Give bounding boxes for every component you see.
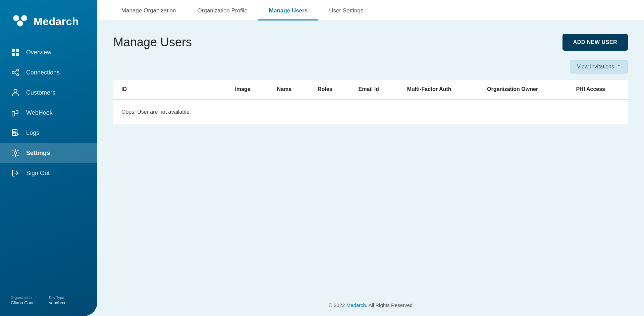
env-value: sandbox <box>49 300 65 305</box>
sidebar-item-webhook[interactable]: WebHook <box>0 103 97 123</box>
col-id: ID <box>113 79 227 99</box>
svg-rect-3 <box>12 49 15 52</box>
logo-text: Medarch <box>34 15 79 28</box>
col-roles: Roles <box>310 79 350 99</box>
content-area: Manage Users ADD NEW USER View Invitatio… <box>97 20 644 294</box>
table-header-row: ID Image Name Roles Email Id Multi-Facto… <box>113 79 628 99</box>
svg-rect-13 <box>12 111 15 116</box>
tab-manage-users[interactable]: Manage Users <box>258 0 318 20</box>
sidebar-item-label: Overview <box>26 49 51 56</box>
org-label: Organization <box>11 296 38 300</box>
svg-line-11 <box>14 73 17 74</box>
page-title: Manage Users <box>113 35 192 49</box>
sidebar-nav: Overview Connections Customers <box>0 39 97 289</box>
settings-icon <box>11 148 20 158</box>
tab-manage-organization[interactable]: Manage Organization <box>111 0 187 20</box>
table-row-empty: Oops! User are not available. <box>113 99 628 124</box>
medarch-logo-icon <box>11 12 30 31</box>
page-footer: © 2022 Medarch. All Rights Reserved <box>97 294 644 316</box>
logs-icon <box>11 128 20 138</box>
customers-icon <box>11 88 20 97</box>
col-image: Image <box>227 79 269 99</box>
sidebar-item-label: WebHook <box>26 109 53 116</box>
empty-message: Oops! User are not available. <box>113 99 227 124</box>
sidebar-item-connections[interactable]: Connections <box>0 62 97 83</box>
chevron-up-icon: ⌃ <box>617 64 621 69</box>
view-invitations-button[interactable]: View Invitations ⌃ <box>570 60 628 73</box>
signout-icon <box>11 168 20 178</box>
users-table-container: ID Image Name Roles Email Id Multi-Facto… <box>113 79 628 125</box>
sidebar: Medarch Overview Connections <box>0 0 97 316</box>
col-phi-access: PHI Access <box>568 79 628 99</box>
sidebar-item-label: Sign Out <box>26 170 50 177</box>
tab-user-settings[interactable]: User Settings <box>318 0 374 20</box>
svg-point-2 <box>17 20 23 27</box>
sidebar-item-signout[interactable]: Sign Out <box>0 163 97 183</box>
tab-organization-profile[interactable]: Organization Profile <box>187 0 258 20</box>
footer-copyright: © 2022 <box>329 302 346 308</box>
org-value: Cliano Canc... <box>11 300 38 305</box>
svg-point-12 <box>14 90 17 93</box>
view-invitations-label: View Invitations <box>577 64 614 70</box>
sidebar-item-label: Customers <box>26 89 55 96</box>
svg-point-9 <box>17 74 19 76</box>
webhook-icon <box>11 108 20 117</box>
svg-point-1 <box>21 15 27 21</box>
svg-rect-5 <box>12 53 15 56</box>
col-name: Name <box>269 79 310 99</box>
svg-point-7 <box>12 71 14 73</box>
sidebar-item-settings[interactable]: Settings <box>0 143 97 163</box>
svg-point-0 <box>13 15 19 21</box>
svg-rect-6 <box>16 53 19 56</box>
main-content: Manage Organization Organization Profile… <box>97 0 644 316</box>
svg-line-10 <box>14 71 17 72</box>
page-header: Manage Users ADD NEW USER <box>113 34 628 51</box>
footer-rights: . All Rights Reserved <box>366 302 413 308</box>
col-email: Email Id <box>351 79 399 99</box>
env-label: Env Type <box>49 296 65 300</box>
sidebar-item-logs[interactable]: Logs <box>0 123 97 143</box>
tab-bar: Manage Organization Organization Profile… <box>97 0 644 20</box>
sidebar-item-overview[interactable]: Overview <box>0 42 97 62</box>
svg-rect-4 <box>16 49 19 52</box>
footer-brand-link[interactable]: Medarch <box>346 302 366 308</box>
svg-point-8 <box>17 69 19 71</box>
sidebar-item-label: Settings <box>26 150 50 157</box>
sidebar-item-customers[interactable]: Customers <box>0 83 97 103</box>
col-org-owner: Organization Owner <box>479 79 568 99</box>
invitations-row: View Invitations ⌃ <box>113 60 628 73</box>
col-mfa: Multi-Factor Auth <box>399 79 479 99</box>
users-table: ID Image Name Roles Email Id Multi-Facto… <box>113 79 628 125</box>
sidebar-item-label: Logs <box>26 129 39 137</box>
logo-area: Medarch <box>0 0 97 39</box>
grid-icon <box>11 48 20 57</box>
add-new-user-button[interactable]: ADD NEW USER <box>562 34 628 51</box>
connections-icon <box>11 68 20 77</box>
svg-point-19 <box>14 152 17 154</box>
sidebar-footer: Organization Cliano Canc... Env Type san… <box>0 289 97 316</box>
sidebar-item-label: Connections <box>26 69 60 76</box>
